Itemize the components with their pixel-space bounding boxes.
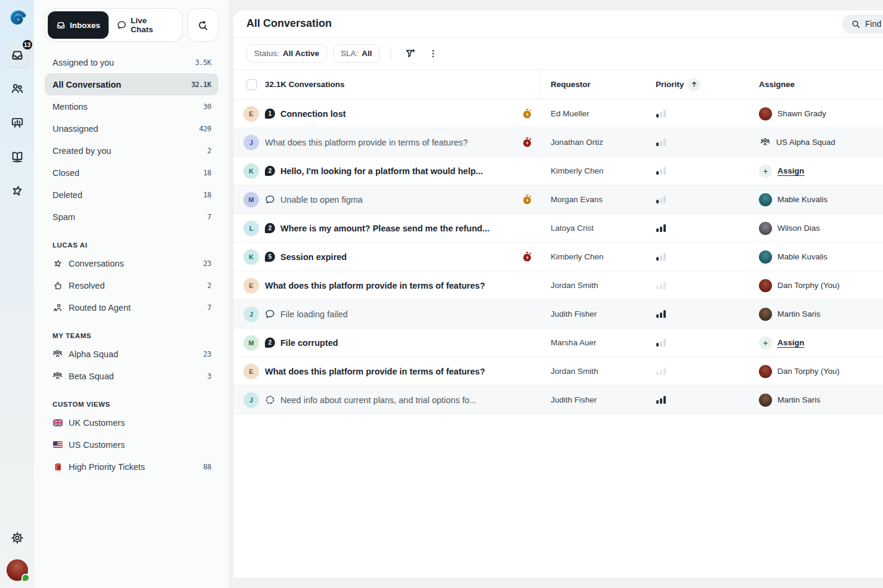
sidebar-item-mentions[interactable]: Mentions30	[45, 95, 218, 117]
sla-stopwatch-icon	[522, 252, 532, 262]
priority-bar	[656, 257, 659, 261]
assignee-cell: Shawn Grady	[759, 107, 826, 120]
section-lucas-ai: LUCAS AIConversations23Resolved2Routed t…	[45, 242, 218, 318]
filter-bar: Status: All Active SLA: All	[233, 38, 883, 70]
requestor-name: Jonathan Ortiz	[551, 138, 603, 147]
sidebar-item-high-priority-tickets[interactable]: High Priority Tickets88	[45, 456, 218, 478]
item-count: 7	[207, 304, 211, 312]
column-header-priority[interactable]: Priority	[656, 78, 700, 91]
assignee-team-name: US Alpha Squad	[776, 138, 835, 147]
requestor-name: Kimberly Chen	[551, 252, 604, 261]
app: 13	[0, 0, 883, 588]
item-count: 3	[207, 372, 211, 380]
section-title: LUCAS AI	[45, 242, 218, 249]
priority-bar	[660, 227, 662, 233]
sidebar-item-us-customers[interactable]: US Customers	[45, 434, 218, 456]
rail-reports-button[interactable]	[5, 111, 29, 135]
conversation-row[interactable]: L2Where is my amount? Please send me the…	[233, 214, 883, 243]
app-logo[interactable]	[7, 8, 28, 32]
column-header-requestor[interactable]: Requestor	[551, 80, 591, 89]
sidebar-item-created-by-you[interactable]: Created by you2	[45, 140, 218, 162]
inbox-unread-badge: 13	[21, 39, 33, 51]
status-filter-value: All Active	[283, 49, 319, 58]
sidebar-item-resolved[interactable]: Resolved2	[45, 274, 218, 296]
item-count: 23	[203, 350, 211, 358]
conversation-row[interactable]: JNeed info about current plans, and tria…	[233, 386, 883, 414]
rail-contacts-button[interactable]	[5, 77, 29, 101]
sidebar-item-alpha-squad[interactable]: Alpha Squad23	[45, 343, 218, 365]
conversation-row[interactable]: K5Session expiredKimberly ChenMable Kuva…	[233, 243, 883, 271]
sidebar-item-beta-squad[interactable]: Beta Squad3	[45, 365, 218, 387]
assignee-name: Dan Torphy (You)	[777, 281, 839, 290]
conversation-row[interactable]: EWhat does this platform provide in term…	[233, 357, 883, 386]
main-area: All Conversation Find T Status: All Acti…	[230, 0, 883, 588]
sidebar-item-closed[interactable]: Closed18	[45, 162, 218, 184]
priority-bar	[663, 138, 666, 146]
conversation-row[interactable]: JWhat does this platform provide in term…	[233, 128, 883, 157]
conversation-row[interactable]: MUnable to open figmaMorgan EvansMable K…	[233, 185, 883, 214]
requestor-avatar: M	[243, 335, 259, 351]
conversation-row[interactable]: EWhat does this platform provide in term…	[233, 271, 883, 300]
status-filter[interactable]: Status: All Active	[246, 44, 327, 63]
table-header: 32.1K Conversations Requestor Priority A…	[233, 70, 883, 100]
unread-count-badge: 2	[265, 166, 275, 176]
add-filter-button[interactable]	[402, 45, 419, 62]
toggle-live-chats[interactable]: Live Chats	[109, 11, 180, 39]
conversation-title: Session expired	[280, 252, 347, 262]
assignee-cell: Wilson Dias	[759, 222, 820, 235]
find-search-button[interactable]: Find T	[842, 14, 883, 33]
unread-count-badge: 1	[265, 109, 275, 119]
item-label: Resolved	[69, 281, 207, 290]
requestor-name: Latoya Crist	[551, 224, 594, 233]
priority-indicator	[656, 396, 666, 404]
search-icon	[851, 20, 860, 29]
online-status-dot	[21, 574, 30, 582]
sidebar-item-all-conversation[interactable]: All Conversation32.1K	[45, 73, 218, 95]
priority-indicator	[656, 339, 666, 346]
item-label: Alpha Squad	[69, 349, 203, 359]
sidebar-item-uk-customers[interactable]: UK Customers	[45, 411, 218, 434]
select-all-label: 32.1K Conversations	[265, 80, 345, 89]
sla-stopwatch-icon	[522, 137, 532, 147]
user-avatar[interactable]	[7, 559, 28, 581]
assign-plus-icon[interactable]: +	[759, 165, 772, 178]
rail-settings-button[interactable]	[5, 526, 29, 550]
requestor-avatar: M	[243, 192, 259, 208]
priority-bar	[660, 141, 662, 147]
sidebar-item-unassigned[interactable]: Unassigned420	[45, 117, 218, 140]
assign-plus-icon[interactable]: +	[759, 336, 772, 349]
conversation-row[interactable]: E1Connection lostEd MuellerShawn Grady	[233, 100, 883, 128]
search-conversations-button[interactable]	[187, 8, 218, 42]
sidebar-item-assigned-to-you[interactable]: Assigned to you3.5K	[45, 51, 218, 73]
toggle-inboxes[interactable]: Inboxes	[48, 11, 109, 39]
toggle-live-chats-label: Live Chats	[131, 16, 171, 34]
sort-ascending-icon[interactable]	[687, 78, 700, 91]
conversation-row[interactable]: M2File corruptedMarsha Auer+Assign	[233, 329, 883, 357]
section-title: CUSTOM VIEWS	[45, 401, 218, 408]
conversation-row[interactable]: JFile loading failedJudith FisherMartin …	[233, 300, 883, 329]
sidebar-item-deleted[interactable]: Deleted18	[45, 184, 218, 206]
nav-count: 7	[207, 213, 211, 221]
conversations-panel: All Conversation Find T Status: All Acti…	[233, 10, 883, 578]
conversation-row[interactable]: K2Hello, I'm looking for a platform that…	[233, 157, 883, 185]
requestor-name: Marsha Auer	[551, 338, 597, 347]
sidebar-item-conversations[interactable]: Conversations23	[45, 252, 218, 274]
conversation-title: Where is my amount? Please send me the r…	[280, 224, 490, 233]
contacts-icon	[11, 82, 24, 95]
assign-link[interactable]: Assign	[777, 338, 804, 347]
assign-link[interactable]: Assign	[777, 166, 804, 175]
priority-bar	[660, 312, 662, 318]
more-options-button[interactable]	[425, 45, 441, 62]
priority-bar	[663, 281, 666, 289]
sla-filter[interactable]: SLA: All	[333, 44, 380, 63]
sidebar-item-routed-to-agent[interactable]: Routed to Agent7	[45, 296, 218, 318]
sidebar-item-spam[interactable]: Spam7	[45, 206, 218, 228]
select-all-checkbox[interactable]	[246, 79, 257, 90]
rail-inbox-button[interactable]: 13	[5, 43, 29, 67]
rail-ai-button[interactable]	[5, 179, 29, 203]
rail-knowledge-base-button[interactable]	[5, 145, 29, 169]
nav-label: Spam	[53, 212, 75, 222]
chat-outline-icon	[265, 194, 275, 205]
column-header-assignee[interactable]: Assignee	[759, 80, 795, 89]
dashed-circle-icon	[265, 395, 275, 405]
